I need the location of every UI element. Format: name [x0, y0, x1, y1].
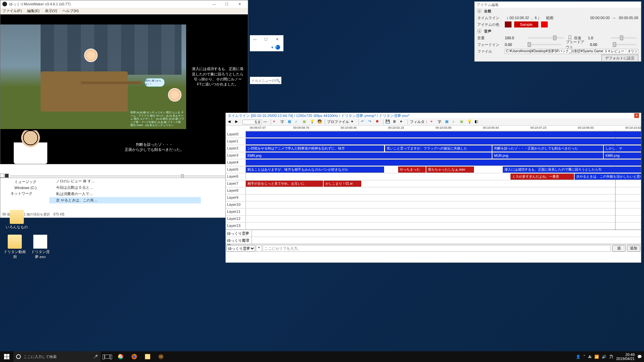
- menu-file[interactable]: ファイル(F): [2, 8, 22, 13]
- layer-name[interactable]: Layer6: [226, 173, 246, 180]
- layer-track[interactable]: [246, 201, 641, 208]
- layer-track[interactable]: KMR.pngMUR.pngKMR.png: [246, 152, 641, 159]
- tool-icon[interactable]: ▾: [351, 119, 357, 125]
- desktop-file[interactable]: ドリタン淫夢.exo: [29, 235, 52, 259]
- volume-icon[interactable]: 🔊: [602, 355, 606, 359]
- timeline-layer[interactable]: Layer9: [226, 194, 641, 201]
- tool-icon[interactable]: ▶: [235, 119, 240, 125]
- timeline-clip[interactable]: かしこまり！01.w: [324, 181, 361, 187]
- timeline-clip[interactable]: [246, 131, 641, 137]
- music-icon[interactable]: ♪: [295, 119, 301, 125]
- timeline-clip[interactable]: 戦ることはありますが、味方も相手もみんなガルパンが好きなガル: [246, 167, 384, 173]
- tool-icon[interactable]: ◀: [228, 119, 233, 125]
- layer-track[interactable]: [246, 187, 641, 194]
- color-swatch-light[interactable]: [541, 21, 548, 27]
- minimize-button[interactable]: —: [208, 0, 220, 8]
- voice-select[interactable]: ゆっくり霊夢: [226, 245, 255, 252]
- timeline-layer[interactable]: Layer5戦ることはありますが、味方も相手もみんなガルパンが好きなガルやっちま…: [226, 166, 641, 173]
- delete-icon[interactable]: ✖: [376, 119, 381, 125]
- heart-icon[interactable]: ♥: [273, 119, 278, 125]
- add-voice-button[interactable]: +: [256, 245, 262, 252]
- layer-track[interactable]: [246, 216, 641, 222]
- network-icon[interactable]: 🖧: [588, 355, 592, 359]
- export-icon[interactable]: 🗎: [393, 119, 398, 125]
- timeline-clip[interactable]: しかし、ヤ: [604, 145, 641, 152]
- timeline-clip[interactable]: ミスが多すぎんだよね。一番音: [511, 174, 574, 180]
- range-to[interactable]: 00:00:05.08: [619, 16, 638, 20]
- taskbar-chrome[interactable]: [114, 351, 127, 362]
- tree-item[interactable]: ミュージック: [4, 179, 45, 185]
- serif-input[interactable]: [263, 245, 611, 252]
- explorer-search[interactable]: 🔍: [250, 77, 281, 84]
- close-button[interactable]: ✕: [634, 113, 639, 118]
- timeline-layer[interactable]: Layer12: [226, 216, 641, 223]
- tree-item[interactable]: Windows (C:): [4, 185, 45, 190]
- zoom-slider[interactable]: —: [263, 119, 269, 125]
- color-swatch-dark[interactable]: [505, 21, 512, 27]
- play-button[interactable]: [0, 174, 4, 178]
- layer-name[interactable]: Layer9: [226, 194, 246, 201]
- color-sample[interactable]: Sample: [514, 21, 538, 27]
- image-icon[interactable]: ▦: [288, 119, 293, 125]
- maximize-button[interactable]: ☐: [261, 36, 271, 43]
- layer-name[interactable]: Layer7: [226, 180, 246, 187]
- speed-slider[interactable]: [611, 37, 636, 39]
- add-button[interactable]: 追加: [627, 245, 640, 252]
- moviemaker-titlebar[interactable]: ゆっくりMovieMaker v3.4.8.1 (x0.77) — ☐ ✕: [0, 0, 248, 8]
- voice-name[interactable]: ゆっくり魔理沙: [226, 237, 252, 244]
- desktop-folder[interactable]: ドリタン動画用: [3, 235, 26, 259]
- timeline-layer[interactable]: Layer6ミスが多すぎんだよね。一番音次やるときは、この失敗を活かしたいと思い: [226, 173, 641, 180]
- layer-name[interactable]: Layer12: [226, 216, 246, 222]
- layer-track[interactable]: [246, 131, 641, 138]
- timeline-value[interactable]: （ 00:10:08.32 ， 6 ）: [505, 15, 541, 20]
- timeline-clip[interactable]: 次やるときは、この失敗を活かしたいと思い: [575, 174, 641, 180]
- taskbar-search[interactable]: ここに入力して検索 🎤: [13, 351, 101, 362]
- menu-view[interactable]: 表示(V): [45, 8, 57, 13]
- range-from[interactable]: 00:00:00.00: [590, 16, 610, 20]
- timeline-clip[interactable]: KMR.png: [246, 153, 492, 159]
- explorer-files[interactable]: ノロのレビュー 体 す… 今回は点数は 0 点と… 私は消費者の一人で… 次 や…: [49, 178, 201, 203]
- layer-track[interactable]: ミスが多すぎんだよね。一番音次やるときは、この失敗を活かしたいと思い: [246, 173, 641, 180]
- voice-layer[interactable]: ゆっくり霊夢: [226, 230, 641, 237]
- tree-item[interactable]: ネットワーク: [4, 190, 45, 197]
- mic-icon[interactable]: 🎤: [93, 355, 98, 359]
- fadein-slider[interactable]: [528, 44, 561, 45]
- zoom-input[interactable]: [243, 120, 261, 124]
- timeline-clip[interactable]: 判断を誤ったゾ・・・正面から少しでも削るべきだった: [492, 145, 603, 152]
- heart-icon[interactable]: ♥: [430, 119, 436, 125]
- layer-track[interactable]: [246, 138, 641, 145]
- fadeout-input[interactable]: [590, 43, 608, 47]
- layer-name[interactable]: Layer10: [226, 201, 246, 208]
- timeline-clip[interactable]: 良いこと言ってますが、フラッグへの接近に失敗した: [385, 145, 492, 152]
- taskbar-yukkuri[interactable]: ゆ: [154, 351, 168, 362]
- explorer-tree[interactable]: ミュージック Windows (C:) ネットワーク: [4, 179, 45, 197]
- task-view-button[interactable]: [101, 351, 114, 362]
- timeline-clip[interactable]: [246, 138, 641, 144]
- bulb-icon[interactable]: 💡: [310, 119, 315, 125]
- collapse-icon[interactable]: ∧: [477, 9, 481, 13]
- file-item[interactable]: 今回は点数は 0 点と…: [49, 184, 201, 191]
- seek-track[interactable]: [10, 176, 245, 176]
- file-item[interactable]: ノロのレビュー 体 す…: [49, 178, 201, 184]
- timeline-layer[interactable]: Layer0: [226, 131, 641, 138]
- layer-track[interactable]: [246, 208, 641, 215]
- tray-chevron-icon[interactable]: ˄: [583, 355, 585, 359]
- timeline-layer[interactable]: Layer2ン対戦をやる時はアニメで学んだ戦車道の精神を忘れずに、味方良いこと言…: [226, 145, 641, 152]
- file-item[interactable]: 次 やるときは、この失…: [49, 197, 201, 203]
- taskbar-explorer[interactable]: [141, 351, 154, 362]
- layer-track[interactable]: [246, 194, 641, 201]
- layer-track[interactable]: 相手の目をじっと見てやれ、お互いにかしこまり！01.w: [246, 180, 641, 187]
- tool-icon[interactable]: ◧: [475, 119, 480, 125]
- undo-icon[interactable]: ↶: [361, 119, 366, 125]
- layer-name[interactable]: Layer5: [226, 166, 246, 173]
- layer-track[interactable]: [246, 159, 641, 166]
- maximize-button[interactable]: ☐: [220, 0, 233, 8]
- menu-edit[interactable]: 編集(E): [27, 8, 40, 13]
- timeline-clip[interactable]: MUR.png: [492, 153, 603, 159]
- layer-name[interactable]: Layer13: [226, 223, 246, 229]
- timeline-ruler[interactable]: 00:09:57.0700:09:58.7600:10:00.4600:10:0…: [246, 126, 641, 131]
- timeline-layer[interactable]: Layer10: [226, 201, 641, 208]
- minimize-button[interactable]: —: [250, 36, 260, 43]
- volume-input[interactable]: [505, 36, 523, 40]
- menu-help[interactable]: ヘルプ(H): [62, 8, 78, 13]
